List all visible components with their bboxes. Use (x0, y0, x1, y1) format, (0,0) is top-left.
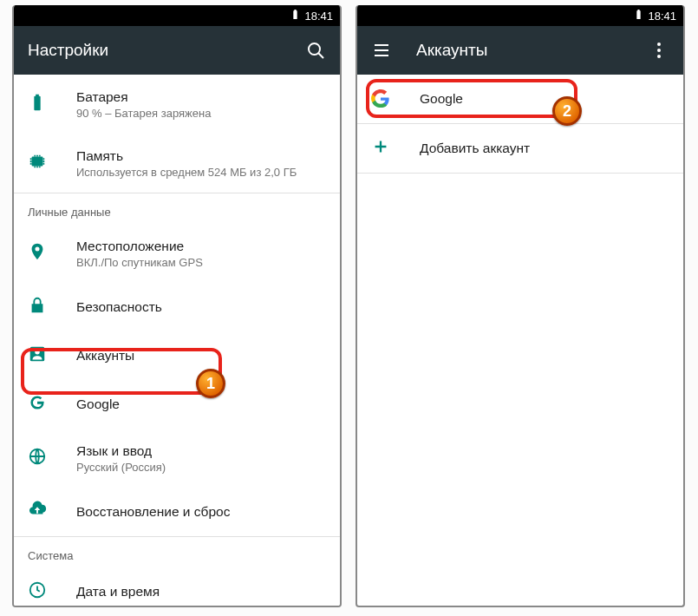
settings-item-battery[interactable]: Батарея 90 % – Батарея заряжена (14, 75, 340, 134)
callout-badge-1: 1 (196, 369, 225, 398)
item-label: Google (76, 396, 326, 412)
item-label: Добавить аккаунт (420, 141, 669, 156)
google-logo-icon (371, 89, 390, 108)
status-bar: 18:41 (357, 5, 683, 26)
item-label: Безопасность (76, 299, 326, 315)
overflow-button[interactable] (649, 40, 669, 61)
status-bar: 18:41 (14, 5, 340, 26)
item-label: Язык и ввод (76, 443, 326, 459)
location-icon (28, 242, 47, 265)
settings-item-backup[interactable]: Восстановление и сброс (14, 488, 340, 536)
divider (357, 173, 683, 174)
menu-button[interactable] (371, 40, 392, 61)
settings-item-accounts[interactable]: Аккаунты (14, 331, 340, 380)
lock-icon (28, 296, 47, 318)
battery-icon (28, 93, 47, 115)
person-icon (28, 344, 47, 367)
item-label: Восстановление и сброс (76, 504, 326, 520)
svg-point-9 (657, 55, 661, 58)
battery-icon (290, 9, 301, 23)
accounts-list: Google Добавить аккаунт (357, 75, 683, 174)
plus-icon (371, 137, 390, 160)
search-button[interactable] (305, 40, 326, 61)
search-icon (305, 40, 326, 61)
settings-item-memory[interactable]: Память Используется в среднем 524 МБ из … (14, 134, 340, 193)
backup-icon (28, 501, 47, 523)
svg-point-7 (657, 43, 661, 46)
item-label: Местоположение (76, 239, 326, 254)
svg-line-1 (318, 53, 323, 58)
section-system: Система (14, 536, 340, 567)
memory-icon (28, 152, 47, 174)
phone-screen-left: 18:41 Настройки Батарея 90 % – Батарея з… (12, 5, 342, 607)
svg-point-8 (657, 49, 661, 52)
item-label: Батарея (76, 89, 326, 105)
svg-rect-2 (32, 157, 43, 167)
svg-point-4 (35, 350, 40, 355)
google-icon (28, 393, 47, 416)
settings-item-datetime[interactable]: Дата и время (14, 567, 340, 607)
more-vert-icon (649, 40, 669, 61)
settings-item-location[interactable]: Местоположение ВКЛ./По спутникам GPS (14, 224, 340, 283)
item-sub: Используется в среднем 524 МБ из 2,0 ГБ (76, 166, 326, 179)
item-label: Google (420, 91, 669, 107)
svg-point-0 (309, 43, 320, 55)
item-label: Аккаунты (76, 348, 326, 364)
app-bar: Аккаунты (357, 26, 683, 75)
battery-icon (633, 9, 644, 23)
app-bar: Настройки (14, 26, 340, 75)
settings-item-google[interactable]: Google (14, 380, 340, 429)
item-sub: ВКЛ./По спутникам GPS (76, 256, 326, 269)
section-personal: Личные данные (14, 193, 340, 224)
page-title: Настройки (28, 41, 281, 60)
item-sub: Русский (Россия) (76, 461, 326, 474)
page-title: Аккаунты (416, 41, 624, 60)
settings-item-language[interactable]: Язык и ввод Русский (Россия) (14, 429, 340, 488)
hamburger-icon (371, 40, 392, 61)
status-time: 18:41 (648, 10, 676, 23)
phone-screen-right: 18:41 Аккаунты Google (356, 5, 685, 607)
status-time: 18:41 (304, 10, 333, 23)
item-label: Память (76, 148, 326, 164)
clock-icon (28, 580, 47, 603)
item-label: Дата и время (76, 584, 326, 600)
account-item-google[interactable]: Google (357, 75, 683, 123)
add-account-item[interactable]: Добавить аккаунт (357, 124, 683, 173)
callout-badge-2: 2 (552, 96, 582, 126)
settings-list: Батарея 90 % – Батарея заряжена Память И… (14, 75, 340, 607)
globe-icon (28, 447, 47, 469)
settings-item-security[interactable]: Безопасность (14, 283, 340, 331)
item-sub: 90 % – Батарея заряжена (76, 107, 326, 120)
